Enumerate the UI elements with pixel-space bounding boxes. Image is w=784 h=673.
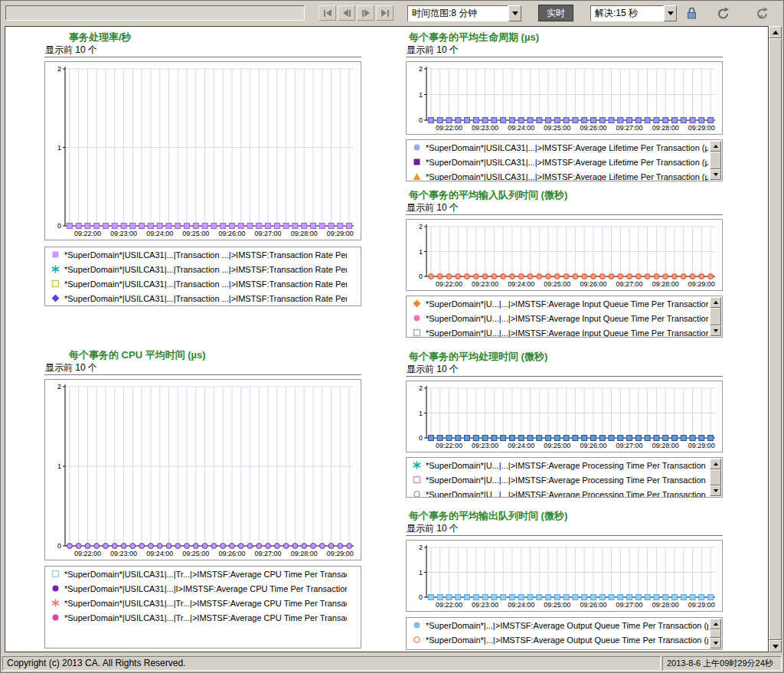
square-marker-icon <box>411 158 422 166</box>
legend-label: *SuperDomain*|U...|...|>IMSTSF:Average P… <box>426 490 708 498</box>
scroll-up-button[interactable] <box>710 141 721 152</box>
legend-item[interactable]: *SuperDomain*|...|>IMSTSF:Average Output… <box>407 632 722 647</box>
legend-label: *SuperDomain*|U...|...|>IMSTSF:Average I… <box>426 328 708 338</box>
legend-item[interactable]: *SuperDomain*|U...|...|>IMSTSF:Average I… <box>407 296 722 311</box>
chart-panel-cpu-time: 每个事务的 CPU 平均时间 (µs) 显示前 10 个 01209:22:00… <box>44 348 361 648</box>
legend-label: *SuperDomain*|...|>IMSTSF:Average Output… <box>426 635 708 645</box>
scroll-down-button[interactable] <box>710 485 721 496</box>
chart-legend: *SuperDomain*|U...|...|>IMSTSF:Average P… <box>406 457 723 498</box>
first-button[interactable] <box>318 5 336 21</box>
svg-text:09:27:00: 09:27:00 <box>616 442 643 449</box>
refresh-icon[interactable] <box>716 6 730 21</box>
legend-item[interactable]: *SuperDomain*|U...|...|>IMSTSF:Average P… <box>407 472 722 487</box>
scrollbar-thumb[interactable] <box>769 38 782 640</box>
chart-title: 每个事务的平均输出队列时间 (微秒) <box>409 509 723 522</box>
scroll-down-button[interactable] <box>769 640 782 652</box>
scroll-down-button[interactable] <box>710 169 721 180</box>
legend-scrollbar[interactable] <box>710 297 721 336</box>
chart-canvas: 01209:22:0009:23:0009:24:0009:25:0009:26… <box>407 541 722 611</box>
previous-button[interactable] <box>338 5 355 21</box>
chart-canvas: 01209:22:0009:23:0009:24:0009:25:0009:26… <box>45 380 361 560</box>
chevron-down-icon <box>714 329 718 332</box>
legend-label: *SuperDomain*|USILCA31|...|>IMSTSF:Avera… <box>426 143 708 152</box>
scrollbar-thumb[interactable] <box>710 469 721 485</box>
legend-item[interactable]: *SuperDomain*|U...|...|>IMSTSF:Average P… <box>407 458 722 472</box>
legend-item[interactable]: *SuperDomain*|U...|...|>IMSTSF:Average I… <box>407 325 722 338</box>
resolution-dropdown-button[interactable] <box>664 5 677 21</box>
svg-text:09:25:00: 09:25:00 <box>544 280 570 288</box>
svg-text:09:25:00: 09:25:00 <box>182 550 209 557</box>
svg-text:09:28:00: 09:28:00 <box>652 442 679 449</box>
svg-text:09:29:00: 09:29:00 <box>688 280 715 288</box>
legend-item[interactable]: *SuperDomain*|...|>IMSTSF:Average Output… <box>407 618 722 632</box>
time-range-combo[interactable]: 时间范围:8 分钟 <box>407 5 521 21</box>
chart-panel-transaction-rate: 事务处理率/秒 显示前 10 个 01209:22:0009:23:0009:2… <box>44 31 361 306</box>
legend-scrollbar[interactable] <box>710 459 721 496</box>
time-range-dropdown-button[interactable] <box>508 5 521 21</box>
svg-text:09:29:00: 09:29:00 <box>688 124 715 132</box>
legend-item[interactable]: *SuperDomain*|USILCA31|...|Transaction .… <box>45 262 361 276</box>
refresh-settings-icon[interactable] <box>755 6 769 21</box>
scroll-up-button[interactable] <box>710 297 721 308</box>
asterisk-marker-icon <box>50 265 60 273</box>
legend-item[interactable]: *SuperDomain*|USILCA31|...|Transaction .… <box>45 276 361 291</box>
chart-subtitle: 显示前 10 个 <box>406 522 723 536</box>
last-button[interactable] <box>376 5 394 21</box>
legend-item[interactable]: *SuperDomain*|USILCA31|...|Tr...|>IMSTSF… <box>45 596 361 610</box>
live-button[interactable]: 实时 <box>538 5 573 21</box>
svg-text:09:28:00: 09:28:00 <box>652 601 679 609</box>
svg-text:09:27:00: 09:27:00 <box>255 230 282 237</box>
scroll-up-button[interactable] <box>710 619 721 629</box>
legend-item[interactable]: *SuperDomain*|USILCA31|...|>IMSTSF:Avera… <box>407 140 722 155</box>
resolution-combo[interactable]: 解决:15 秒 <box>590 5 677 21</box>
chart-subtitle: 显示前 10 个 <box>44 44 361 57</box>
scroll-down-button[interactable] <box>710 325 721 336</box>
chevron-up-icon <box>714 622 718 626</box>
chart-plot: 01209:22:0009:23:0009:24:0009:25:0009:26… <box>406 219 723 291</box>
address-input[interactable] <box>5 5 305 21</box>
skip-to-last-icon <box>381 9 387 17</box>
legend-item[interactable]: *SuperDomain*|USILCA31|...|I>IMSTSF:Aver… <box>45 581 361 596</box>
legend-scrollbar[interactable] <box>710 619 721 648</box>
svg-text:09:28:00: 09:28:00 <box>291 230 318 237</box>
circle-marker-icon <box>411 143 422 152</box>
scrollbar-thumb[interactable] <box>710 308 721 325</box>
scrollbar-thumb[interactable] <box>710 152 721 169</box>
chart-subtitle: 显示前 10 个 <box>44 361 361 375</box>
legend-scrollbar[interactable] <box>710 141 721 180</box>
main-scrollbar[interactable] <box>769 26 782 652</box>
svg-text:09:24:00: 09:24:00 <box>508 280 534 288</box>
chart-plot: 01209:22:0009:23:0009:24:0009:25:0009:26… <box>44 379 361 560</box>
legend-item[interactable]: *SuperDomain*|U...|...|>IMSTSF:Average I… <box>407 311 722 325</box>
chart-canvas: 01209:22:0009:23:0009:24:0009:25:0009:26… <box>407 62 722 134</box>
legend-item[interactable]: *SuperDomain*|USILCA31|...|Tr...|>IMSTSF… <box>45 610 361 625</box>
scrollbar-thumb[interactable] <box>710 629 721 638</box>
scroll-up-button[interactable] <box>769 26 782 38</box>
legend-item[interactable]: *SuperDomain*|USILCA31|...|>IMSTSF:Avera… <box>407 155 722 169</box>
toolbar: 时间范围:8 分钟 实时 解决:15 秒 <box>1 1 783 25</box>
svg-text:09:26:00: 09:26:00 <box>218 230 245 237</box>
legend-item[interactable]: *SuperDomain*|USILCA31|...|>IMSTSF:Avera… <box>407 169 722 181</box>
chart-legend: *SuperDomain*|USILCA31|...|Tr...|>IMSTSF… <box>44 566 361 648</box>
legend-item[interactable]: *SuperDomain*|USILCA31|...|Tr...|>IMSTSF… <box>45 567 361 581</box>
copyright-text: Copyright (c) 2013 CA. All Rights Reserv… <box>2 656 661 671</box>
chevron-down-icon <box>714 642 718 645</box>
chart-canvas: 01209:22:0009:23:0009:24:0009:25:0009:26… <box>45 62 361 240</box>
svg-text:09:26:00: 09:26:00 <box>580 442 606 449</box>
legend-item[interactable]: *SuperDomain*|USILCA31|...|Transaction .… <box>45 247 361 262</box>
svg-text:09:23:00: 09:23:00 <box>110 550 137 557</box>
svg-text:0: 0 <box>419 273 423 280</box>
scroll-up-button[interactable] <box>710 459 721 469</box>
scroll-down-button[interactable] <box>710 638 721 648</box>
chevron-up-icon <box>773 31 779 34</box>
legend-item[interactable]: *SuperDomain*|USILCA31|...|Transaction .… <box>45 291 361 305</box>
chevron-down-icon <box>714 489 718 492</box>
legend-item[interactable]: *SuperDomain*|U...|...|>IMSTSF:Average P… <box>407 487 722 498</box>
chart-title: 每个事务的 CPU 平均时间 (µs) <box>69 348 361 361</box>
chart-plot: 01209:22:0009:23:0009:24:0009:25:0009:26… <box>406 540 723 612</box>
chevron-up-icon <box>714 462 718 466</box>
square-outline-marker-icon <box>411 475 422 484</box>
svg-text:2: 2 <box>419 223 423 230</box>
next-button[interactable] <box>357 5 374 21</box>
svg-text:2: 2 <box>57 383 61 390</box>
